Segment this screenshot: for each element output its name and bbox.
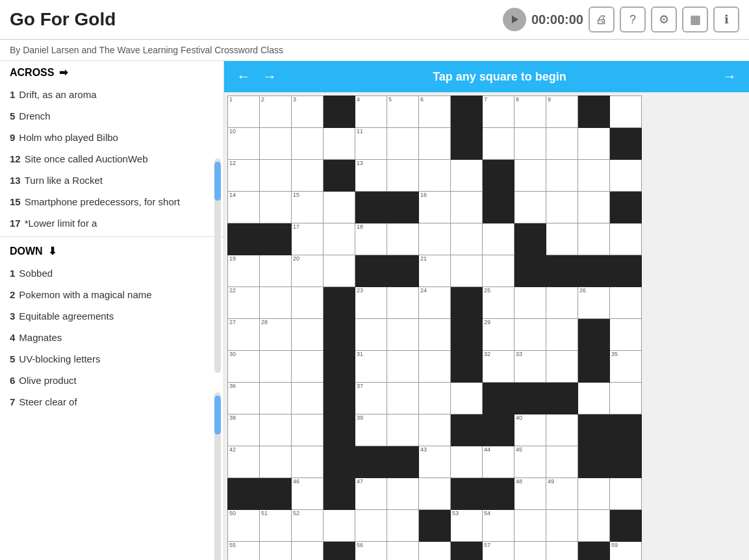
- grid-cell[interactable]: [610, 160, 642, 192]
- grid-cell[interactable]: [292, 287, 324, 319]
- grid-cell[interactable]: [324, 510, 355, 542]
- grid-cell[interactable]: [387, 128, 419, 160]
- grid-cell[interactable]: [610, 96, 642, 128]
- grid-cell[interactable]: [387, 351, 419, 383]
- grid-cell[interactable]: [546, 542, 578, 561]
- clue-down-3[interactable]: 3Equitable agreements: [6, 305, 217, 327]
- grid-cell[interactable]: [419, 128, 451, 160]
- clue-down-5[interactable]: 5UV-blocking letters: [6, 348, 217, 370]
- grid-cell[interactable]: 39: [355, 414, 387, 446]
- grid-cell[interactable]: [419, 383, 451, 414]
- grid-cell[interactable]: [578, 192, 610, 223]
- grid-cell[interactable]: [324, 255, 355, 287]
- grid-cell[interactable]: [260, 160, 292, 192]
- grid-cell[interactable]: [451, 255, 483, 287]
- grid-cell[interactable]: [419, 223, 451, 255]
- grid-cell[interactable]: [260, 287, 292, 319]
- grid-cell[interactable]: 44: [483, 446, 514, 478]
- grid-cell[interactable]: [419, 414, 451, 446]
- play-button[interactable]: [503, 8, 526, 31]
- grid-cell[interactable]: [292, 446, 324, 478]
- grid-cell[interactable]: [260, 128, 292, 160]
- grid-cell[interactable]: [387, 223, 419, 255]
- grid-cell[interactable]: [260, 351, 292, 383]
- grid-cell[interactable]: [387, 319, 419, 351]
- grid-cell[interactable]: [260, 446, 292, 478]
- grid-cell[interactable]: 35: [610, 351, 642, 383]
- grid-cell[interactable]: 24: [419, 287, 451, 319]
- nav-left-arrow[interactable]: ←: [231, 64, 257, 90]
- clue-down-1[interactable]: 1Sobbed: [6, 262, 217, 284]
- grid-cell[interactable]: 2: [260, 96, 292, 128]
- grid-cell[interactable]: [260, 192, 292, 223]
- grid-cell[interactable]: [387, 383, 419, 414]
- grid-cell[interactable]: [355, 319, 387, 351]
- grid-cell[interactable]: 1: [228, 96, 260, 128]
- grid-cell[interactable]: [324, 192, 355, 223]
- grid-cell[interactable]: [514, 192, 546, 223]
- help-button[interactable]: ?: [620, 6, 646, 32]
- grid-cell[interactable]: [451, 223, 483, 255]
- grid-cell[interactable]: [260, 542, 292, 561]
- grid-cell[interactable]: 12: [228, 160, 260, 192]
- clue-across-1[interactable]: 1Drift, as an aroma: [6, 84, 217, 105]
- grid-cell[interactable]: 13: [355, 160, 387, 192]
- grid-cell[interactable]: [419, 160, 451, 192]
- grid-cell[interactable]: [546, 414, 578, 446]
- grid-cell[interactable]: 11: [355, 128, 387, 160]
- clue-across-15[interactable]: 15Smartphone predecessors, for short: [6, 191, 217, 212]
- grid-cell[interactable]: 23: [355, 287, 387, 319]
- grid-cell[interactable]: [546, 319, 578, 351]
- grid-cell[interactable]: [483, 128, 514, 160]
- across-scrollbar-thumb[interactable]: [214, 162, 221, 201]
- grid-cell[interactable]: [514, 542, 546, 561]
- grid-cell[interactable]: 7: [483, 96, 514, 128]
- grid-cell[interactable]: [546, 128, 578, 160]
- grid-cell[interactable]: [419, 319, 451, 351]
- grid-cell[interactable]: [610, 223, 642, 255]
- grid-cell[interactable]: [419, 478, 451, 510]
- grid-cell[interactable]: [419, 542, 451, 561]
- grid-cell[interactable]: [292, 128, 324, 160]
- grid-cell[interactable]: 26: [578, 287, 610, 319]
- clue-across-12[interactable]: 12Site once called AuctionWeb: [6, 148, 217, 170]
- grid-cell[interactable]: 51: [260, 510, 292, 542]
- clue-down-6[interactable]: 6Olive product: [6, 370, 217, 391]
- settings-button[interactable]: ⚙: [651, 6, 677, 32]
- clue-across-13[interactable]: 13Turn like a Rocket: [6, 170, 217, 191]
- grid-cell[interactable]: 56: [355, 542, 387, 561]
- grid-cell[interactable]: [451, 383, 483, 414]
- grid-cell[interactable]: 18: [355, 223, 387, 255]
- grid-cell[interactable]: 8: [514, 96, 546, 128]
- grid-cell[interactable]: 49: [546, 478, 578, 510]
- grid-cell[interactable]: [483, 223, 514, 255]
- grid-cell[interactable]: [578, 478, 610, 510]
- grid-cell[interactable]: 25: [483, 287, 514, 319]
- grid-cell[interactable]: [260, 414, 292, 446]
- grid-cell[interactable]: [578, 128, 610, 160]
- grid-container[interactable]: 1234567891011121314151617181920212223242…: [224, 92, 749, 560]
- grid-cell[interactable]: [546, 160, 578, 192]
- grid-cell[interactable]: [451, 160, 483, 192]
- grid-cell[interactable]: 20: [292, 255, 324, 287]
- grid-cell[interactable]: [483, 255, 514, 287]
- clue-across-9[interactable]: 9Holm who played Bilbo: [6, 127, 217, 148]
- grid-cell[interactable]: 40: [514, 414, 546, 446]
- grid-cell[interactable]: 48: [514, 478, 546, 510]
- grid-cell[interactable]: 17: [292, 223, 324, 255]
- grid-cell[interactable]: 37: [355, 383, 387, 414]
- grid-cell[interactable]: [451, 192, 483, 223]
- grid-cell[interactable]: [387, 414, 419, 446]
- grid-cell[interactable]: [514, 319, 546, 351]
- grid-cell[interactable]: 27: [228, 319, 260, 351]
- grid-cell[interactable]: 30: [228, 351, 260, 383]
- clue-down-2[interactable]: 2Pokemon with a magical name: [6, 284, 217, 305]
- grid-cell[interactable]: 10: [228, 128, 260, 160]
- grid-cell[interactable]: [387, 287, 419, 319]
- grid-cell[interactable]: [546, 223, 578, 255]
- grid-cell[interactable]: 21: [419, 255, 451, 287]
- grid-cell[interactable]: [387, 542, 419, 561]
- grid-cell[interactable]: 28: [260, 319, 292, 351]
- crossword-grid[interactable]: 1234567891011121314151617181920212223242…: [227, 95, 642, 560]
- grid-cell[interactable]: [355, 510, 387, 542]
